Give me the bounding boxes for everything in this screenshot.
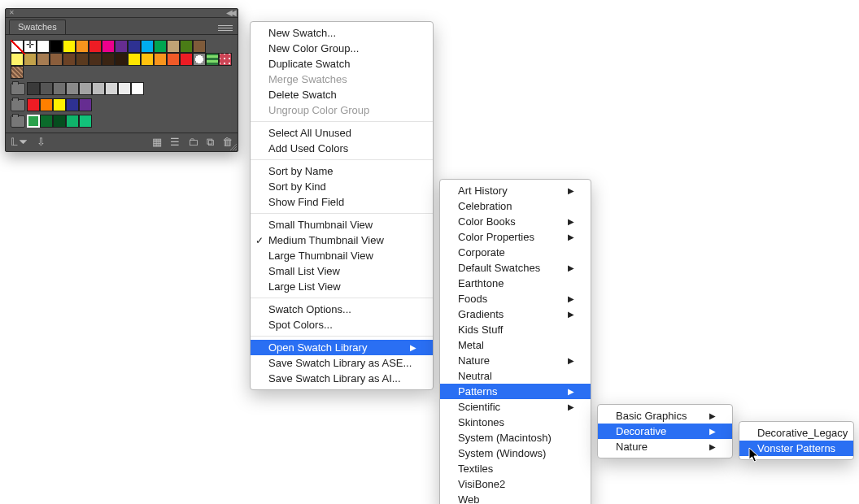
- swatch[interactable]: [53, 82, 66, 95]
- swatch[interactable]: [128, 40, 141, 53]
- swatch-group-colors-1[interactable]: [11, 98, 233, 111]
- menu-item[interactable]: Foods▶: [440, 291, 591, 306]
- swatch[interactable]: [66, 82, 79, 95]
- swatch[interactable]: [63, 53, 76, 66]
- menu-item[interactable]: Swatch Options...: [251, 302, 433, 317]
- menu-item[interactable]: New Color Group...: [251, 41, 433, 56]
- menu-item[interactable]: Large Thumbnail View: [251, 248, 433, 263]
- menu-item[interactable]: Add Used Colors: [251, 141, 433, 156]
- swatch[interactable]: [40, 115, 53, 128]
- menu-item[interactable]: Show Find Field: [251, 194, 433, 210]
- swatch[interactable]: [193, 53, 206, 66]
- collapse-icon[interactable]: ◀◀: [226, 10, 234, 16]
- list-view-icon[interactable]: ☰: [170, 137, 180, 148]
- swatch[interactable]: [66, 115, 79, 128]
- swatch[interactable]: [89, 53, 102, 66]
- menu-item[interactable]: Small Thumbnail View: [251, 217, 433, 232]
- menu-item[interactable]: Sort by Name: [251, 163, 433, 179]
- swatch[interactable]: [53, 115, 66, 128]
- new-swatch-icon[interactable]: ⧉: [207, 137, 214, 148]
- menu-item[interactable]: Save Swatch Library as ASE...: [251, 355, 433, 371]
- menu-item[interactable]: Metal: [440, 337, 591, 353]
- swatch[interactable]: [89, 40, 102, 53]
- menu-item[interactable]: Skintones: [440, 415, 591, 430]
- swatch[interactable]: [115, 53, 128, 66]
- swatch[interactable]: [79, 98, 92, 111]
- swatch[interactable]: [79, 115, 92, 128]
- library-icon[interactable]: 𝕃⏷: [11, 137, 28, 148]
- swatch[interactable]: [37, 40, 50, 53]
- menu-item[interactable]: Sort by Kind: [251, 179, 433, 194]
- swatch[interactable]: [180, 53, 193, 66]
- swatch[interactable]: [11, 53, 24, 66]
- swatch[interactable]: [167, 40, 180, 53]
- swatch[interactable]: [206, 53, 219, 66]
- close-icon[interactable]: ✕: [9, 10, 15, 16]
- resize-handle[interactable]: [229, 142, 237, 150]
- menu-item[interactable]: Duplicate Swatch: [251, 56, 433, 72]
- swatch[interactable]: [219, 53, 232, 66]
- menu-item[interactable]: VisiBone2: [440, 476, 591, 492]
- swatch[interactable]: [40, 98, 53, 111]
- menu-item[interactable]: Delete Swatch: [251, 87, 433, 102]
- menu-item[interactable]: Corporate: [440, 245, 591, 260]
- menu-item[interactable]: Web: [440, 492, 591, 504]
- menu-item[interactable]: Basic Graphics▶: [598, 408, 732, 424]
- swatch[interactable]: [24, 40, 37, 53]
- swatch[interactable]: [53, 98, 66, 111]
- swatch[interactable]: [27, 98, 40, 111]
- swatch[interactable]: [76, 40, 89, 53]
- swatch[interactable]: [50, 53, 63, 66]
- menu-item[interactable]: Decorative_Legacy: [739, 425, 853, 441]
- swatch[interactable]: [37, 53, 50, 66]
- menu-item[interactable]: Default Swatches▶: [440, 260, 591, 276]
- menu-item[interactable]: Art History▶: [440, 183, 591, 198]
- swatch[interactable]: [167, 53, 180, 66]
- menu-item[interactable]: Save Swatch Library as AI...: [251, 371, 433, 386]
- swatch[interactable]: [131, 82, 144, 95]
- menu-item[interactable]: Scientific▶: [440, 399, 591, 415]
- menu-item[interactable]: Celebration: [440, 198, 591, 214]
- menu-item[interactable]: Small List View: [251, 263, 433, 279]
- swatch[interactable]: [11, 40, 24, 53]
- menu-item[interactable]: Decorative▶: [598, 424, 732, 439]
- menu-item[interactable]: ✓Medium Thumbnail View: [251, 232, 433, 248]
- menu-item[interactable]: System (Windows): [440, 445, 591, 461]
- swatch[interactable]: [11, 66, 24, 79]
- menu-item[interactable]: Nature▶: [440, 353, 591, 368]
- swatch[interactable]: [193, 40, 206, 53]
- swatch-group-colors-2[interactable]: [11, 115, 233, 128]
- thumb-view-icon[interactable]: ▦: [152, 137, 162, 148]
- swatch[interactable]: [102, 53, 115, 66]
- swatch[interactable]: [27, 115, 40, 128]
- swatch[interactable]: [79, 82, 92, 95]
- new-folder-icon[interactable]: 🗀: [188, 137, 198, 148]
- menu-item[interactable]: Neutral: [440, 368, 591, 384]
- menu-item[interactable]: Color Books▶: [440, 214, 591, 229]
- swatch[interactable]: [27, 82, 40, 95]
- swatch[interactable]: [24, 53, 37, 66]
- menu-item[interactable]: Select All Unused: [251, 125, 433, 141]
- swatch[interactable]: [154, 40, 167, 53]
- menu-item[interactable]: Kids Stuff: [440, 322, 591, 337]
- swatch[interactable]: [50, 40, 63, 53]
- menu-item[interactable]: Gradients▶: [440, 306, 591, 322]
- swatch[interactable]: [180, 40, 193, 53]
- swatches-tab[interactable]: Swatches: [9, 20, 66, 34]
- menu-item[interactable]: Textiles: [440, 461, 591, 476]
- swatch[interactable]: [102, 40, 115, 53]
- swatch[interactable]: [128, 53, 141, 66]
- menu-item[interactable]: Spot Colors...: [251, 317, 433, 332]
- swatch-group-grays[interactable]: [11, 82, 233, 95]
- swatch[interactable]: [66, 98, 79, 111]
- swatch[interactable]: [118, 82, 131, 95]
- menu-item[interactable]: Vonster Patterns: [739, 441, 853, 456]
- swatch[interactable]: [115, 40, 128, 53]
- swatch[interactable]: [141, 40, 154, 53]
- menu-item[interactable]: Color Properties▶: [440, 229, 591, 245]
- swatch[interactable]: [92, 82, 105, 95]
- swatch[interactable]: [76, 53, 89, 66]
- menu-item[interactable]: New Swatch...: [251, 25, 433, 41]
- swatch[interactable]: [105, 82, 118, 95]
- menu-item[interactable]: Open Swatch Library▶: [251, 340, 433, 355]
